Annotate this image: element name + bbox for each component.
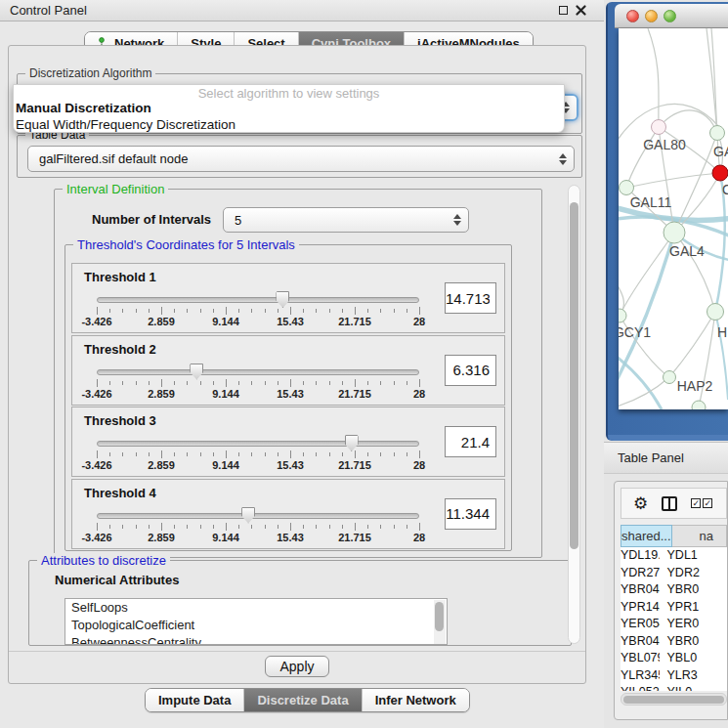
threshold-value-field[interactable] bbox=[445, 355, 496, 386]
attribute-list-item[interactable]: TopologicalCoefficient bbox=[65, 617, 447, 634]
table-cell-name[interactable]: YDR2 bbox=[660, 565, 727, 582]
slider-ticks bbox=[97, 379, 419, 388]
table-cell-shared-name[interactable]: YER054C bbox=[621, 616, 660, 633]
table-cell-shared-name[interactable]: YBR043C bbox=[621, 581, 660, 599]
network-canvas[interactable]: GAL80GACGAL11GAL4GCY1HHAP2 bbox=[619, 28, 728, 409]
table-row[interactable]: YBL079WYBL0 bbox=[621, 650, 727, 667]
table-row[interactable]: YPR145WYPR1 bbox=[621, 599, 727, 617]
threshold-label: Threshold 2 bbox=[84, 342, 156, 357]
table-row[interactable]: YBR045CYBR0 bbox=[621, 633, 727, 651]
network-node-label: GAL4 bbox=[669, 243, 705, 259]
network-node-gcy1[interactable] bbox=[619, 309, 626, 322]
table-cell-shared-name[interactable]: YBL079W bbox=[621, 650, 660, 667]
network-node-h[interactable] bbox=[707, 304, 724, 321]
close-traffic-light-icon[interactable] bbox=[626, 10, 639, 22]
checkbox-icon[interactable]: ✓ bbox=[691, 498, 701, 508]
network-node-ga[interactable] bbox=[710, 126, 725, 141]
control-panel-window: Control Panel NetworkStyleSelectCyni Too… bbox=[0, 0, 604, 728]
interval-definition-group: Interval Definition Number of Intervals … bbox=[54, 189, 542, 558]
table-cell-name[interactable]: YBR0 bbox=[660, 633, 727, 651]
table-cell-name[interactable]: YIL0 bbox=[660, 684, 727, 691]
settings-scroll-area: Interval Definition Number of Intervals … bbox=[17, 181, 582, 650]
threshold-row: Threshold 1-3.4262.8599.14415.4321.71528 bbox=[71, 263, 505, 333]
table-row[interactable]: YLR345WYLR3 bbox=[621, 667, 727, 685]
combo-stepper-icon bbox=[453, 214, 461, 226]
threshold-value-field[interactable] bbox=[445, 498, 496, 530]
table-cell-shared-name[interactable]: YLR345W bbox=[621, 667, 660, 685]
threshold-slider-track[interactable] bbox=[97, 369, 419, 375]
number-of-intervals-value: 5 bbox=[235, 213, 241, 228]
thresholds-group-title: Threshold's Coordinates for 5 Intervals bbox=[73, 237, 299, 252]
column-header-shared-name[interactable]: shared... bbox=[621, 525, 672, 547]
table-row[interactable]: YBR043CYBR0 bbox=[621, 581, 727, 599]
network-node-gal80[interactable] bbox=[652, 120, 666, 135]
table-cell-shared-name[interactable]: YBR045C bbox=[621, 633, 660, 651]
table-panel-title: Table Panel bbox=[618, 450, 684, 465]
attributes-list-scrollbar[interactable] bbox=[434, 600, 446, 645]
network-node[interactable] bbox=[692, 401, 706, 409]
table-cell-name[interactable]: YDL1 bbox=[660, 547, 727, 565]
gear-icon[interactable]: ⚙ bbox=[633, 495, 648, 512]
column-layout-icon[interactable] bbox=[662, 496, 677, 511]
scrollbar-thumb[interactable] bbox=[570, 202, 578, 549]
numerical-attributes-list[interactable]: SelfLoopsTopologicalCoefficientBetweenne… bbox=[64, 598, 448, 645]
slider-ticks bbox=[97, 450, 419, 459]
network-node-gal4[interactable] bbox=[664, 222, 685, 243]
zoom-traffic-light-icon[interactable] bbox=[664, 10, 676, 22]
number-of-intervals-combo[interactable]: 5 bbox=[223, 207, 469, 233]
table-row[interactable]: YIL052CYIL0 bbox=[621, 684, 727, 691]
numerical-attributes-label: Numerical Attributes bbox=[55, 573, 179, 587]
table-panel-window: ⚙ ✓ ✓ shared... na YDL19...YDL1YDR27...Y… bbox=[614, 481, 728, 720]
column-header-name[interactable]: na bbox=[672, 525, 727, 547]
network-node-hap2[interactable] bbox=[664, 371, 676, 384]
table-cell-shared-name[interactable]: YPR145W bbox=[621, 599, 660, 617]
threshold-slider-thumb[interactable] bbox=[276, 291, 289, 308]
table-cell-name[interactable]: YPR1 bbox=[660, 599, 727, 617]
table-row[interactable]: YDR27...YDR2 bbox=[621, 565, 727, 582]
threshold-value-field[interactable] bbox=[445, 282, 496, 314]
threshold-slider-track[interactable] bbox=[97, 441, 419, 447]
table-data-combo[interactable]: galFiltered.sif default node bbox=[27, 146, 575, 172]
settings-vertical-scrollbar[interactable] bbox=[568, 185, 580, 644]
table-data-combo-value: galFiltered.sif default node bbox=[39, 151, 188, 166]
threshold-slider-thumb[interactable] bbox=[241, 507, 255, 524]
threshold-slider-thumb[interactable] bbox=[190, 364, 203, 380]
algorithm-option[interactable]: Equal Width/Frequency Discretization bbox=[14, 117, 564, 134]
float-window-icon[interactable] bbox=[559, 6, 568, 15]
minimize-traffic-light-icon[interactable] bbox=[645, 10, 658, 22]
table-cell-name[interactable]: YBL0 bbox=[660, 650, 727, 667]
threshold-slider-track[interactable] bbox=[97, 297, 419, 303]
network-window-titlebar[interactable] bbox=[615, 4, 728, 28]
attribute-list-item[interactable]: SelfLoops bbox=[65, 599, 447, 617]
attribute-list-item[interactable]: BetweennessCentrality bbox=[65, 634, 447, 645]
threshold-slider-thumb[interactable] bbox=[345, 435, 359, 451]
threshold-value-field[interactable] bbox=[445, 426, 496, 457]
table-cell-name[interactable]: YLR3 bbox=[660, 667, 727, 685]
table-row[interactable]: YDL19...YDL1 bbox=[621, 547, 727, 565]
table-cell-shared-name[interactable]: YDR27... bbox=[621, 565, 660, 582]
table-cell-shared-name[interactable]: YDL19... bbox=[621, 547, 660, 565]
network-node-gal11[interactable] bbox=[620, 181, 634, 195]
table-cell-name[interactable]: YBR0 bbox=[660, 581, 727, 599]
apply-button[interactable]: Apply bbox=[265, 656, 329, 677]
tab-label: Impute Data bbox=[158, 693, 231, 707]
slider-tick-labels: -3.4262.8599.14415.4321.71528 bbox=[97, 388, 419, 401]
discretization-algorithm-group-title: Discretization Algorithm bbox=[25, 66, 155, 81]
scrollbar-thumb[interactable] bbox=[623, 696, 724, 704]
slider-ticks bbox=[97, 307, 419, 316]
tab-infer-network[interactable]: Infer Network bbox=[363, 689, 469, 711]
threshold-label: Threshold 4 bbox=[84, 486, 156, 500]
table-cell-name[interactable]: YER0 bbox=[660, 616, 727, 633]
table-row[interactable]: YER054CYER0 bbox=[621, 616, 727, 633]
algorithm-option[interactable]: Manual Discretization bbox=[14, 101, 564, 117]
tab-impute-data[interactable]: Impute Data bbox=[146, 689, 244, 711]
close-icon[interactable] bbox=[576, 5, 586, 16]
table-cell-shared-name[interactable]: YIL052C bbox=[621, 684, 660, 691]
algorithm-popup-hint: Select algorithm to view settings bbox=[14, 85, 564, 101]
table-horizontal-scrollbar[interactable] bbox=[621, 693, 727, 706]
checkbox-icon[interactable]: ✓ bbox=[703, 498, 712, 508]
threshold-slider-track[interactable] bbox=[97, 513, 419, 519]
tab-discretize-data[interactable]: Discretize Data bbox=[244, 689, 362, 711]
network-node-c[interactable] bbox=[712, 165, 728, 181]
threshold-label: Threshold 1 bbox=[84, 270, 156, 284]
